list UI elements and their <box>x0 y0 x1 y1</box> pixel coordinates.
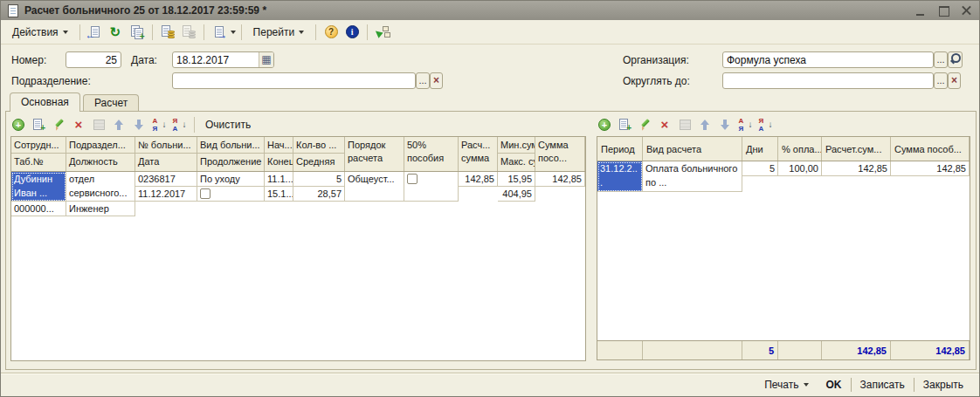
copy-icon: + <box>129 24 145 40</box>
help-button[interactable]: ? <box>321 23 341 42</box>
column-header: 50% пособия <box>404 137 459 171</box>
date-label: Дата: <box>131 54 157 66</box>
benefit-sum-cell[interactable]: 142,85 <box>535 172 585 187</box>
subordination-structure-button[interactable] <box>373 23 392 42</box>
number-input[interactable] <box>66 51 121 68</box>
output-document-button[interactable]: → <box>210 23 229 42</box>
status-bar: Печать OK Записать Закрыть <box>1 373 979 396</box>
half-benefit-checkbox[interactable] <box>407 174 418 184</box>
organization-open-button[interactable] <box>948 51 963 68</box>
add-row-button[interactable]: + <box>596 116 613 133</box>
organization-input[interactable] <box>722 51 934 68</box>
delete-icon: × <box>661 119 669 131</box>
days-cell[interactable]: 5 <box>742 161 778 176</box>
delete-row-button[interactable]: × <box>70 116 87 133</box>
half-benefit-cell[interactable] <box>404 172 459 202</box>
post-document-button[interactable] <box>158 23 177 42</box>
add-row-button[interactable]: + <box>10 116 27 133</box>
move-down-button[interactable] <box>130 116 148 133</box>
benefit-sum-cell[interactable]: 142,85 <box>891 161 970 176</box>
tab-calc-label: Расчет <box>94 97 128 109</box>
edit-row-button[interactable] <box>636 116 653 133</box>
department-cell[interactable]: отдел сервисного... <box>66 172 135 202</box>
post-document-icon <box>160 24 176 40</box>
department-clear-button[interactable]: × <box>430 72 443 89</box>
pay-percent-cell[interactable]: 100,00 <box>778 161 822 176</box>
round-to-clear-button[interactable]: × <box>948 72 961 89</box>
sort-desc-button[interactable]: ЯА↓ <box>756 116 774 133</box>
tab-main[interactable]: Основная <box>10 92 80 112</box>
arrow-up-icon <box>113 119 125 131</box>
sort-desc-button[interactable]: ЯА↓ <box>170 116 188 133</box>
end-cell[interactable]: 15.1... <box>265 187 293 202</box>
save-document-button[interactable]: ← <box>86 23 105 42</box>
department-input[interactable] <box>172 72 416 89</box>
position-cell[interactable]: Инженер <box>66 202 135 216</box>
copy-row-button[interactable]: + <box>616 116 633 133</box>
sick-type-cell[interactable]: По уходу <box>197 172 265 187</box>
copy-document-button[interactable]: + <box>128 23 147 42</box>
copy-row-button[interactable]: + <box>30 116 47 133</box>
totals-days: 5 <box>742 341 778 359</box>
close-button[interactable]: Закрыть <box>914 377 972 393</box>
actions-menu-button[interactable]: Действия <box>6 24 74 41</box>
average-cell[interactable]: 28,57 <box>293 187 345 202</box>
totals-cell <box>778 341 822 359</box>
column-header: Сотрудн... <box>11 137 66 154</box>
clear-table-button[interactable]: Очистить <box>201 118 255 132</box>
structure-icon <box>375 25 390 39</box>
goto-menu-button[interactable]: Перейти <box>247 24 311 41</box>
start-cell[interactable]: 11.1... <box>265 172 293 187</box>
delete-row-button[interactable]: × <box>656 116 673 133</box>
refresh-icon: ↻ <box>108 24 124 40</box>
calc-sum-cell[interactable]: 142,85 <box>459 172 498 187</box>
department-select-button[interactable]: ... <box>416 72 430 89</box>
table-row[interactable]: 31.12.2... Оплата больничного по ... 5 1… <box>597 161 970 192</box>
calc-order-cell[interactable]: Общеуст... <box>345 172 404 202</box>
table-header: Сотрудн...Таб.№ Подраздел...Должность № … <box>11 137 585 172</box>
calc-type-cell[interactable]: Оплата больничного по ... <box>643 161 742 192</box>
clear-icon: × <box>951 74 957 86</box>
save-button[interactable]: Записать <box>852 377 914 393</box>
close-icon[interactable] <box>961 5 972 17</box>
move-up-button[interactable] <box>110 116 128 133</box>
sort-asc-button[interactable]: АЯ↓ <box>736 116 754 133</box>
maximize-icon[interactable] <box>938 5 949 17</box>
column-header: Период <box>597 137 643 161</box>
print-button[interactable]: Печать <box>756 377 817 393</box>
chevron-down-icon[interactable] <box>231 31 236 34</box>
edit-row-button[interactable] <box>50 116 67 133</box>
move-up-button[interactable] <box>696 116 714 133</box>
minimize-icon[interactable] <box>915 5 927 17</box>
sick-list-number-cell[interactable]: 0236817 <box>135 172 197 187</box>
round-to-input[interactable] <box>722 72 934 89</box>
ellipsis-icon: ... <box>936 75 944 86</box>
calendar-icon: ▦ <box>261 53 271 65</box>
table-row[interactable]: Дубинин Иван ... 000000... отдел сервисн… <box>11 172 585 217</box>
date-cell[interactable]: 11.12.2017 <box>135 187 197 202</box>
organization-select-button[interactable]: ... <box>934 51 948 68</box>
end-edit-button[interactable] <box>90 116 107 133</box>
max-sum-cell[interactable]: 404,95 <box>498 187 535 202</box>
period-cell[interactable]: 31.12.2... <box>597 161 643 192</box>
end-edit-button[interactable] <box>676 116 694 133</box>
table-body: 31.12.2... Оплата больничного по ... 5 1… <box>597 161 970 340</box>
days-count-cell[interactable]: 5 <box>293 172 345 187</box>
copy-icon: + <box>31 118 45 132</box>
unpost-document-button[interactable] <box>179 23 198 42</box>
column-header: Таб.№ <box>11 154 66 171</box>
move-down-button[interactable] <box>716 116 734 133</box>
reread-document-button[interactable]: ↻ <box>107 23 126 42</box>
tab-calc[interactable]: Расчет <box>83 94 139 112</box>
calc-sum-cell[interactable]: 142,85 <box>822 161 891 176</box>
info-button[interactable]: i <box>342 23 362 42</box>
employee-cell[interactable]: Дубинин Иван ... <box>11 172 66 202</box>
continuation-cell[interactable] <box>197 187 265 202</box>
continuation-checkbox[interactable] <box>200 188 210 199</box>
round-to-select-button[interactable]: ... <box>934 72 948 89</box>
calendar-button[interactable]: ▦ <box>259 52 273 67</box>
tab-number-cell[interactable]: 000000... <box>11 202 66 216</box>
sort-asc-button[interactable]: АЯ↓ <box>150 116 168 133</box>
ok-button[interactable]: OK <box>818 377 851 393</box>
min-sum-cell[interactable]: 15,95 <box>498 172 535 187</box>
